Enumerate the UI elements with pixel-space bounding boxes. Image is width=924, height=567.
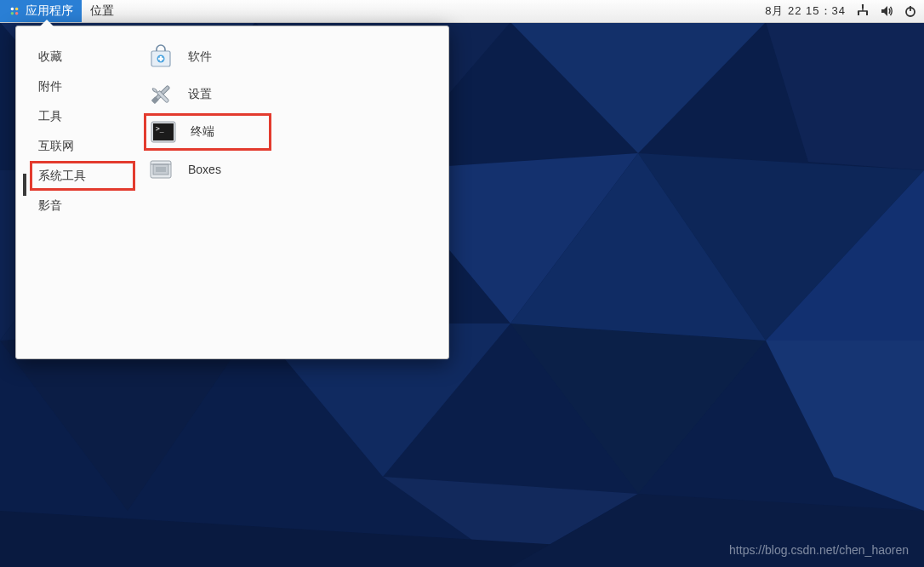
app-settings[interactable]: 设置 xyxy=(144,76,448,113)
app-boxes[interactable]: Boxes xyxy=(144,151,448,188)
app-terminal-label: 终端 xyxy=(191,124,214,140)
places-menu-button[interactable]: 位置 xyxy=(82,0,123,22)
svg-rect-36 xyxy=(158,58,163,60)
places-menu-label: 位置 xyxy=(90,3,114,19)
svg-point-21 xyxy=(15,8,19,11)
category-favorites[interactable]: 收藏 xyxy=(16,42,144,72)
panel-right-group: 8月 22 15：34 xyxy=(765,0,924,22)
volume-icon[interactable] xyxy=(880,4,893,18)
power-icon[interactable] xyxy=(904,4,917,18)
svg-point-23 xyxy=(15,12,19,15)
watermark-text: https://blog.csdn.net/chen_haoren xyxy=(729,543,909,557)
svg-point-29 xyxy=(866,11,868,13)
boxes-icon xyxy=(147,156,174,183)
svg-rect-19 xyxy=(9,5,20,17)
app-software-label: 软件 xyxy=(188,49,212,65)
applications-dropdown: 收藏 附件 工具 互联网 系统工具 影音 软件 设置 > xyxy=(15,26,449,359)
desktop-screen: 应用程序 位置 8月 22 15：34 收藏 附件 工具 xyxy=(0,0,924,567)
app-boxes-label: Boxes xyxy=(188,163,221,176)
category-multimedia[interactable]: 影音 xyxy=(16,191,144,220)
app-software[interactable]: 软件 xyxy=(144,38,448,76)
distro-logo-icon xyxy=(9,5,20,17)
app-terminal[interactable]: >_ 终端 xyxy=(144,113,271,151)
category-accessories[interactable]: 附件 xyxy=(16,72,144,101)
top-panel: 应用程序 位置 8月 22 15：34 xyxy=(0,0,924,23)
wrench-screwdriver-icon xyxy=(147,81,174,108)
panel-spacer xyxy=(123,0,765,22)
terminal-icon: >_ xyxy=(150,118,177,146)
menu-app-list: 软件 设置 >_ 终端 Boxes xyxy=(144,26,448,358)
category-tools[interactable]: 工具 xyxy=(16,101,144,131)
category-internet[interactable]: 互联网 xyxy=(16,131,144,161)
panel-left-group: 应用程序 位置 xyxy=(0,0,123,22)
applications-menu-label: 应用程序 xyxy=(26,3,73,19)
svg-point-28 xyxy=(858,11,859,13)
svg-text:>_: >_ xyxy=(156,125,164,133)
svg-marker-30 xyxy=(881,6,887,16)
menu-category-list: 收藏 附件 工具 互联网 系统工具 影音 xyxy=(16,26,144,358)
network-icon[interactable] xyxy=(856,4,870,18)
shopping-bag-icon xyxy=(147,43,174,71)
panel-clock[interactable]: 8月 22 15：34 xyxy=(765,3,846,19)
app-settings-label: 设置 xyxy=(188,87,212,102)
svg-point-22 xyxy=(11,12,14,15)
svg-rect-44 xyxy=(156,167,166,172)
svg-point-20 xyxy=(11,8,14,11)
category-system-tools[interactable]: 系统工具 xyxy=(30,161,135,191)
category-active-indicator xyxy=(23,174,26,196)
